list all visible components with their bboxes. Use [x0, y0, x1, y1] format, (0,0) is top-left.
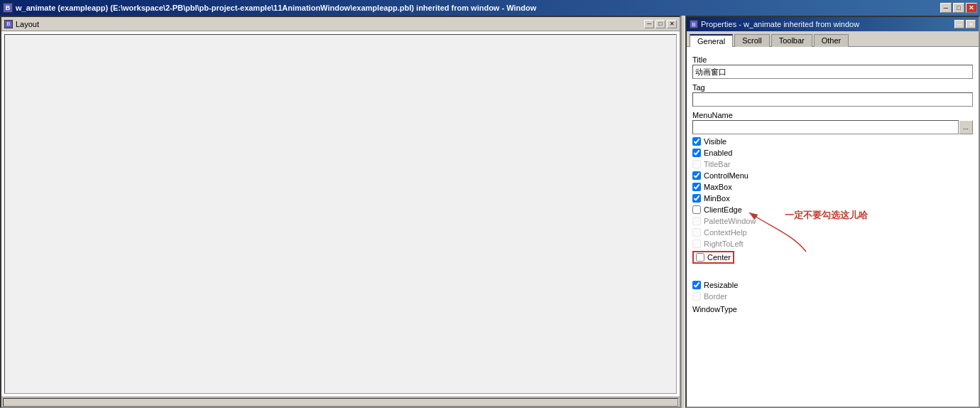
controlmenu-checkbox-row: ControlMenu	[692, 171, 973, 180]
righttoleft-checkbox-row: RightToLeft	[692, 240, 973, 248]
contexthelp-checkbox[interactable]	[692, 228, 701, 237]
maxbox-label: MaxBox	[704, 183, 732, 191]
clientedge-label: ClientEdge	[704, 205, 742, 214]
title-bar-controls: ─ □ ✕	[940, 3, 977, 13]
minbox-label: MinBox	[704, 194, 730, 203]
tab-scroll[interactable]: Scroll	[734, 34, 770, 47]
controlmenu-label: ControlMenu	[704, 171, 748, 180]
palettewindow-label: PaletteWindow	[704, 217, 756, 225]
menuname-label: MenuName	[692, 111, 973, 119]
menuname-input[interactable]	[692, 120, 959, 134]
titlebar-label: TitleBar	[704, 160, 731, 168]
clientedge-checkbox[interactable]	[692, 205, 701, 214]
contexthelp-checkbox-row: ContextHelp	[692, 228, 973, 237]
annotation-text: 一定不要勾选这儿哈	[785, 209, 868, 222]
border-checkbox[interactable]	[692, 292, 701, 301]
layout-panel: B Layout ─ □ ✕	[0, 16, 681, 408]
titlebar-checkbox-row: TitleBar	[692, 160, 973, 168]
resizable-checkbox[interactable]	[692, 281, 701, 289]
border-checkbox-row: Border	[692, 292, 973, 301]
layout-maximize-button[interactable]: □	[655, 20, 665, 28]
window-title: w_animate (exampleapp) (E:\workspace\2-P…	[16, 4, 536, 12]
main-area: B Layout ─ □ ✕ B Properties - w_animate …	[0, 16, 980, 408]
minbox-checkbox[interactable]	[692, 194, 701, 203]
righttoleft-checkbox[interactable]	[692, 240, 701, 248]
enabled-checkbox-row: Enabled	[692, 149, 973, 157]
maximize-button[interactable]: □	[953, 3, 964, 13]
center-annotation-container: Center 一定不要勾选这儿哈	[692, 248, 973, 264]
border-label: Border	[704, 292, 727, 301]
close-button[interactable]: ✕	[966, 3, 977, 13]
center-checkbox[interactable]	[696, 253, 704, 262]
title-input[interactable]	[692, 65, 973, 79]
tag-label: Tag	[692, 83, 973, 92]
title-label: Title	[692, 55, 973, 64]
palettewindow-checkbox[interactable]	[692, 217, 701, 225]
main-title-bar: B w_animate (exampleapp) (E:\workspace\2…	[0, 0, 980, 16]
righttoleft-label: RightToLeft	[704, 240, 744, 248]
layout-panel-icon: B	[4, 20, 13, 28]
properties-content: Title Tag MenuName ... Visible Enabled	[687, 47, 979, 407]
minimize-button[interactable]: ─	[940, 3, 952, 13]
properties-minimize-button[interactable]: ─	[954, 20, 964, 28]
enabled-checkbox[interactable]	[692, 149, 701, 157]
layout-panel-title: Layout	[16, 20, 39, 28]
center-checkbox-row: Center	[692, 251, 734, 264]
properties-title-bar: B Properties - w_animate inherited from …	[687, 17, 979, 31]
titlebar-checkbox[interactable]	[692, 160, 701, 168]
windowtype-label: WindowType	[692, 305, 973, 313]
layout-minimize-button[interactable]: ─	[644, 20, 654, 28]
controlmenu-checkbox[interactable]	[692, 171, 701, 180]
tab-other[interactable]: Other	[814, 34, 849, 47]
layout-canvas[interactable]	[4, 34, 677, 394]
horizontal-scrollbar-track[interactable]	[3, 398, 678, 407]
layout-title-bar: B Layout ─ □ ✕	[1, 17, 680, 31]
properties-panel: B Properties - w_animate inherited from …	[685, 16, 980, 408]
minbox-checkbox-row: MinBox	[692, 194, 973, 203]
visible-checkbox[interactable]	[692, 137, 701, 146]
tag-input[interactable]	[692, 92, 973, 107]
contexthelp-label: ContextHelp	[704, 228, 747, 237]
visible-checkbox-row: Visible	[692, 137, 973, 146]
enabled-label: Enabled	[704, 149, 732, 157]
menuname-browse-button[interactable]: ...	[959, 120, 973, 134]
maxbox-checkbox-row: MaxBox	[692, 183, 973, 191]
maxbox-checkbox[interactable]	[692, 183, 701, 191]
resizable-label: Resizable	[704, 281, 738, 289]
tab-bar: General Scroll Toolbar Other	[687, 31, 979, 47]
resizable-checkbox-row: Resizable	[692, 281, 973, 289]
tab-general[interactable]: General	[690, 34, 733, 47]
center-label: Center	[707, 253, 731, 262]
tab-toolbar[interactable]: Toolbar	[771, 34, 812, 47]
layout-close-button[interactable]: ✕	[667, 20, 677, 28]
properties-panel-icon: B	[690, 20, 698, 28]
properties-close-button[interactable]: ✕	[966, 20, 976, 28]
properties-panel-title: Properties - w_animate inherited from wi…	[701, 20, 859, 28]
visible-label: Visible	[704, 137, 726, 146]
app-icon: B	[3, 3, 13, 13]
layout-scrollbar[interactable]	[1, 397, 680, 407]
